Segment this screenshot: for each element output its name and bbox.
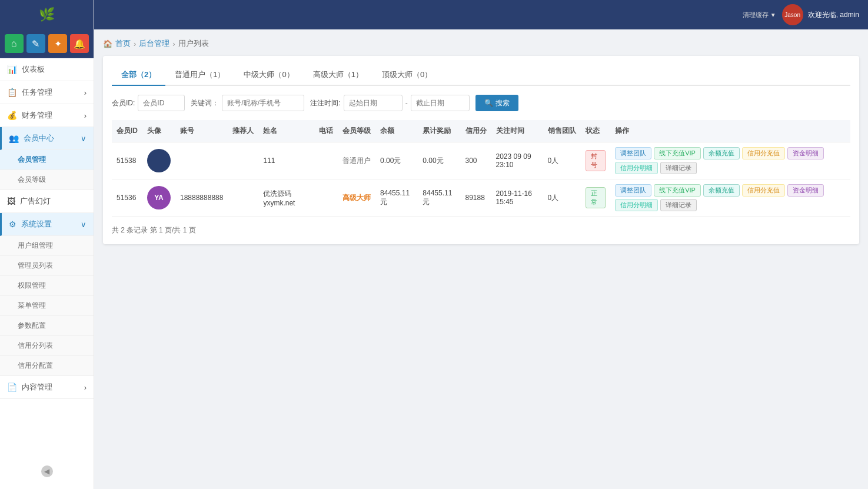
sidebar-item-dashboard[interactable]: 📊 仪表板 bbox=[0, 58, 94, 81]
action-fund-detail[interactable]: 资金明细 bbox=[787, 147, 824, 159]
date-separator: - bbox=[405, 99, 408, 107]
member-avatar: YA bbox=[147, 186, 171, 209]
reg-time-label: 注注时间: bbox=[310, 98, 340, 108]
sidebar-collapse-button[interactable]: ◀ bbox=[41, 465, 53, 477]
action-adjust-team-2[interactable]: 调整团队 bbox=[615, 184, 651, 197]
cell-accumulated: 84455.11元 bbox=[418, 179, 460, 217]
tab-top[interactable]: 顶级大师（0） bbox=[373, 65, 441, 86]
sidebar-item-credit-config[interactable]: 信用分配置 bbox=[0, 356, 94, 376]
col-phone: 电话 bbox=[314, 120, 338, 142]
cell-status: 正常 bbox=[581, 179, 611, 217]
sidebar-item-members[interactable]: 👥 会员中心 ∨ bbox=[0, 127, 94, 150]
member-table-wrap: 会员ID 头像 账号 推荐人 姓名 电话 会员等级 余额 累计奖励 信用分 关注 bbox=[112, 120, 850, 217]
keyword-group: 关键词： bbox=[191, 95, 304, 111]
content-arrow: › bbox=[84, 383, 87, 392]
sidebar-menu: 📊 仪表板 📋 任务管理 › 💰 财务管理 › bbox=[0, 58, 94, 489]
sidebar-item-tasks[interactable]: 📋 任务管理 › bbox=[0, 81, 94, 104]
sidebar-item-member-level[interactable]: 会员等级 bbox=[0, 170, 94, 190]
cell-actions: 调整团队 线下充值VIP 余额充值 信用分充值 资金明细 信用分明细 详细记录 bbox=[610, 142, 850, 179]
tab-normal[interactable]: 普通用户（1） bbox=[165, 65, 234, 86]
tasks-arrow: › bbox=[84, 88, 87, 97]
action-adjust-team[interactable]: 调整团队 bbox=[615, 147, 651, 159]
breadcrumb-sep2: › bbox=[172, 39, 175, 48]
sidebar-item-ads[interactable]: 🖼 广告幻灯 bbox=[0, 190, 94, 213]
action-detail-record[interactable]: 详细记录 bbox=[660, 162, 697, 174]
finance-icon: 💰 bbox=[7, 111, 17, 120]
keyword-input[interactable] bbox=[222, 95, 304, 111]
main-content: 清理缓存 ▼ Jason 欢迎光临, admin 🏠 首页 bbox=[94, 0, 868, 489]
gift-icon-btn[interactable]: ✦ bbox=[48, 34, 67, 53]
breadcrumb-home[interactable]: 首页 bbox=[115, 38, 131, 49]
home-icon-btn[interactable]: ⌂ bbox=[5, 34, 24, 53]
tab-high[interactable]: 高级大师（1） bbox=[304, 65, 373, 86]
member-submenu: 会员管理 会员等级 bbox=[0, 150, 94, 190]
end-date-input[interactable] bbox=[411, 95, 470, 111]
action-fund-detail-2[interactable]: 资金明细 bbox=[787, 184, 824, 197]
col-account: 账号 bbox=[175, 120, 228, 142]
search-icon: 🔍 bbox=[484, 99, 493, 107]
action-vip-recharge[interactable]: 线下充值VIP bbox=[654, 147, 701, 159]
col-reg-time: 关注时间 bbox=[491, 120, 543, 142]
member-id-input[interactable] bbox=[138, 95, 185, 111]
cell-sales-team: 0人 bbox=[543, 142, 581, 179]
cell-phone bbox=[314, 179, 338, 217]
members-icon: 👥 bbox=[9, 134, 19, 143]
sidebar-item-member-manage[interactable]: 会员管理 bbox=[0, 150, 94, 170]
start-date-input[interactable] bbox=[344, 95, 403, 111]
dashboard-icon: 📊 bbox=[7, 65, 17, 74]
table-header-row: 会员ID 头像 账号 推荐人 姓名 电话 会员等级 余额 累计奖励 信用分 关注 bbox=[112, 120, 850, 142]
sidebar-item-params[interactable]: 参数配置 bbox=[0, 316, 94, 336]
header: 清理缓存 ▼ Jason 欢迎光临, admin bbox=[94, 0, 868, 29]
cell-avatar bbox=[142, 142, 175, 179]
welcome-text: 欢迎光临, admin bbox=[808, 10, 859, 20]
action-credit-detail[interactable]: 信用分明细 bbox=[615, 162, 658, 174]
action-credit-detail-2[interactable]: 信用分明细 bbox=[615, 199, 658, 211]
tab-all[interactable]: 全部（2） bbox=[112, 65, 165, 86]
search-button[interactable]: 🔍 搜索 bbox=[475, 95, 518, 111]
cell-account: 18888888888 bbox=[175, 179, 228, 217]
cell-actions: 调整团队 线下充值VIP 余额充值 信用分充值 资金明细 信用分明细 详细记录 bbox=[610, 179, 850, 217]
ads-icon: 🖼 bbox=[7, 197, 15, 206]
col-name: 姓名 bbox=[258, 120, 314, 142]
reg-time-group: 注注时间: - bbox=[310, 95, 469, 111]
action-buttons: 调整团队 线下充值VIP 余额充值 信用分充值 资金明细 信用分明细 详细记录 bbox=[615, 184, 846, 211]
action-credit-recharge-2[interactable]: 信用分充值 bbox=[742, 184, 785, 197]
cell-level: 普通用户 bbox=[338, 142, 375, 179]
action-balance-recharge[interactable]: 余额充值 bbox=[703, 147, 740, 159]
col-credit: 信用分 bbox=[461, 120, 491, 142]
action-balance-recharge-2[interactable]: 余额充值 bbox=[703, 184, 740, 197]
user-avatar: Jason bbox=[782, 4, 803, 25]
col-referrer: 推荐人 bbox=[228, 120, 258, 142]
action-credit-recharge[interactable]: 信用分充值 bbox=[742, 147, 785, 159]
tab-mid[interactable]: 中级大师（0） bbox=[234, 65, 303, 86]
cell-account bbox=[175, 142, 228, 179]
sidebar: 🌿 ⌂ ✎ ✦ 🔔 📊 仪表板 📋 任务管理 › bbox=[0, 0, 94, 489]
sidebar-item-permissions[interactable]: 权限管理 bbox=[0, 276, 94, 296]
sidebar-item-system[interactable]: ⚙ 系统设置 ∨ bbox=[0, 213, 94, 236]
breadcrumb-admin[interactable]: 后台管理 bbox=[139, 38, 169, 49]
sidebar-item-credit-list[interactable]: 信用分列表 bbox=[0, 336, 94, 356]
sidebar-item-content[interactable]: 📄 内容管理 › bbox=[0, 376, 94, 399]
sidebar-item-user-group[interactable]: 用户组管理 bbox=[0, 236, 94, 256]
cell-name: 111 bbox=[258, 142, 314, 179]
home-icon: 🏠 bbox=[103, 39, 112, 48]
action-vip-recharge-2[interactable]: 线下充值VIP bbox=[654, 184, 701, 197]
table-row: 51536 YA 18888888888 优洗源码yxymk.net bbox=[112, 179, 850, 217]
cell-balance: 0.00元 bbox=[375, 142, 418, 179]
col-sales-team: 销售团队 bbox=[543, 120, 581, 142]
sidebar-item-menu-manage[interactable]: 菜单管理 bbox=[0, 296, 94, 316]
keyword-label: 关键词： bbox=[191, 98, 219, 108]
action-detail-record-2[interactable]: 详细记录 bbox=[660, 199, 697, 211]
cell-accumulated: 0.00元 bbox=[418, 142, 460, 179]
edit-icon-btn[interactable]: ✎ bbox=[26, 34, 45, 53]
bell-icon-btn[interactable]: 🔔 bbox=[70, 34, 89, 53]
table-row: 51538 111 普通用户 0.00元 0.00元 bbox=[112, 142, 850, 179]
finance-arrow: › bbox=[84, 111, 87, 120]
header-right: 清理缓存 ▼ Jason 欢迎光临, admin bbox=[743, 4, 859, 25]
storage-dropdown[interactable]: 清理缓存 ▼ bbox=[743, 11, 776, 19]
sidebar-item-admin-list[interactable]: 管理员列表 bbox=[0, 256, 94, 276]
member-id-group: 会员ID: bbox=[112, 95, 185, 111]
main-card: 全部（2） 普通用户（1） 中级大师（0） 高级大师（1） 顶级大师（0） 会员… bbox=[103, 56, 859, 244]
col-actions: 操作 bbox=[610, 120, 850, 142]
sidebar-item-finance[interactable]: 💰 财务管理 › bbox=[0, 104, 94, 127]
